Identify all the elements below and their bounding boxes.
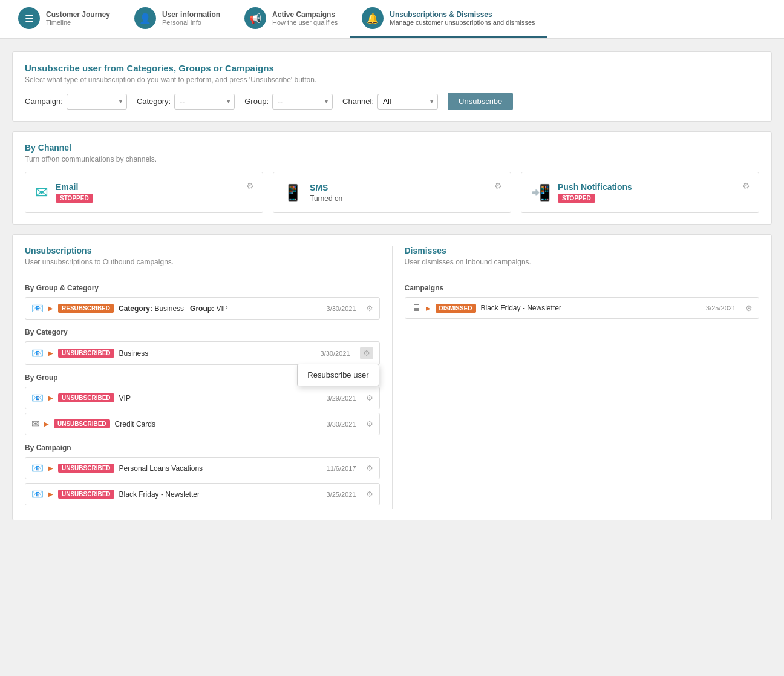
group-vip-icon: 📧 bbox=[31, 392, 44, 404]
list-item: 📧 ▶ UNSUBSCRIBED Black Friday - Newslett… bbox=[25, 483, 380, 505]
email-status-badge: STOPPED bbox=[56, 194, 93, 203]
dismisses-divider bbox=[405, 275, 760, 275]
category-arrow-icon: ▶ bbox=[48, 350, 53, 356]
email-channel-gear-icon[interactable]: ⚙ bbox=[246, 181, 254, 191]
category-badge: UNSUBSCRIBED bbox=[58, 349, 114, 358]
dismisses-col-title: Dismisses bbox=[405, 246, 760, 255]
campaign-bf-date: 3/25/2021 bbox=[327, 491, 356, 498]
campaign-loans-icon: 📧 bbox=[31, 462, 44, 474]
push-channel-name: Push Notifications bbox=[558, 182, 749, 192]
category-gear-icon[interactable]: ⚙ bbox=[360, 347, 373, 359]
unsubscriptions-col: Unsubscriptions User unsubscriptions to … bbox=[25, 246, 393, 509]
tab-journey[interactable]: ☰ Customer Journey Timeline bbox=[6, 0, 122, 38]
journey-icon: ☰ bbox=[18, 7, 40, 29]
list-item: 📧 ▶ UNSUBSCRIBED Business 3/30/2021 ⚙ Re… bbox=[25, 341, 380, 365]
group-vip-arrow-icon: ▶ bbox=[48, 395, 53, 401]
group-cc-badge: UNSUBSCRIBED bbox=[54, 419, 110, 428]
campaigns-icon: 📢 bbox=[244, 7, 266, 29]
group-vip-date: 3/29/2021 bbox=[327, 395, 356, 402]
channel-select[interactable]: All Email SMS Push bbox=[377, 94, 438, 110]
group-cat-arrow-icon: ▶ bbox=[48, 305, 53, 312]
channel-card-email: ✉ Email STOPPED ⚙ bbox=[25, 172, 263, 213]
channel-filter: Channel: All Email SMS Push bbox=[342, 94, 438, 110]
campaign-loans-gear-icon[interactable]: ⚙ bbox=[366, 464, 373, 473]
dismiss-date: 3/25/2021 bbox=[706, 304, 736, 312]
dismiss-arrow-icon: ▶ bbox=[426, 305, 431, 312]
resubscribe-tooltip[interactable]: Resubscribe user bbox=[297, 364, 379, 386]
group-select-wrapper: -- bbox=[272, 94, 333, 110]
sms-channel-name: SMS bbox=[310, 183, 501, 192]
group-cat-badge: RESUBSCRIBED bbox=[58, 304, 114, 313]
email-channel-name: Email bbox=[56, 182, 253, 192]
group-cc-arrow-icon: ▶ bbox=[44, 421, 49, 427]
tab-user-info[interactable]: 👤 User information Personal Info bbox=[122, 0, 232, 38]
campaign-label: Campaign: bbox=[25, 97, 63, 106]
unsubscribe-title: Unsubscribe user from Categories, Groups… bbox=[25, 63, 759, 73]
group-cc-date: 3/30/2021 bbox=[327, 421, 356, 428]
group-cat-gear-icon[interactable]: ⚙ bbox=[366, 304, 373, 313]
channel-label: Channel: bbox=[342, 97, 374, 106]
category-item-text: Business bbox=[119, 349, 316, 358]
category-label-text: Category: bbox=[119, 304, 152, 313]
campaign-filter: Campaign: bbox=[25, 94, 127, 110]
group-select[interactable]: -- bbox=[272, 94, 333, 110]
tab-user-info-title: User information bbox=[162, 10, 220, 19]
unsub-divider bbox=[25, 275, 380, 275]
tab-campaigns[interactable]: 📢 Active Campaigns How the user qualifie… bbox=[232, 0, 350, 38]
by-channel-title: By Channel bbox=[25, 143, 759, 153]
tab-unsub[interactable]: 🔔 Unsubscriptions & Dismisses Manage cus… bbox=[350, 0, 547, 38]
campaign-bf-gear-icon[interactable]: ⚙ bbox=[366, 490, 373, 499]
group-vip-gear-icon[interactable]: ⚙ bbox=[366, 393, 373, 402]
channel-card-sms: 📱 SMS Turned on ⚙ bbox=[273, 172, 511, 213]
dismiss-item-text: Black Friday - Newsletter bbox=[481, 304, 702, 312]
dismiss-gear-icon[interactable]: ⚙ bbox=[745, 304, 753, 313]
dismiss-badge: DISMISSED bbox=[436, 304, 476, 313]
by-group-category-title: By Group & Category bbox=[25, 284, 380, 292]
group-vip-badge: UNSUBSCRIBED bbox=[58, 393, 114, 402]
category-label: Category: bbox=[137, 97, 171, 106]
dismisses-col-subtitle: User dismisses on Inbound campaigns. bbox=[405, 258, 760, 266]
list-item: ✉ ▶ UNSUBSCRIBED Credit Cards 3/30/2021 … bbox=[25, 413, 380, 435]
by-channel-card: By Channel Turn off/on communications by… bbox=[12, 131, 772, 225]
group-cat-item-text: Category: Business Group: VIP bbox=[119, 304, 322, 313]
push-channel-icon: 📲 bbox=[531, 183, 550, 202]
category-item-icon: 📧 bbox=[31, 347, 44, 359]
category-date: 3/30/2021 bbox=[321, 350, 350, 357]
group-cat-date: 3/30/2021 bbox=[327, 305, 356, 312]
group-cc-gear-icon[interactable]: ⚙ bbox=[366, 419, 373, 428]
list-item: 📧 ▶ UNSUBSCRIBED Personal Loans Vacation… bbox=[25, 457, 380, 479]
campaign-bf-arrow-icon: ▶ bbox=[48, 491, 53, 497]
channel-cards: ✉ Email STOPPED ⚙ 📱 SMS Turned on ⚙ 📲 bbox=[25, 172, 759, 213]
group-value-text: VIP bbox=[216, 304, 227, 313]
tab-campaigns-subtitle: How the user qualifies bbox=[272, 19, 338, 26]
category-filter: Category: -- bbox=[137, 94, 235, 110]
campaign-select[interactable] bbox=[67, 94, 127, 110]
by-category-title: By Category bbox=[25, 328, 380, 336]
by-channel-subtitle: Turn off/on communications by channels. bbox=[25, 155, 759, 163]
unsubscribe-button[interactable]: Unsubscribe bbox=[448, 93, 513, 110]
unsubscribe-subtitle: Select what type of unsubscription do yo… bbox=[25, 76, 759, 84]
unsub-icon: 🔔 bbox=[362, 7, 384, 29]
category-select-wrapper: -- bbox=[174, 94, 235, 110]
dismisses-campaigns-title: Campaigns bbox=[405, 284, 760, 292]
category-select[interactable]: -- bbox=[174, 94, 235, 110]
channel-card-push: 📲 Push Notifications STOPPED ⚙ bbox=[521, 172, 759, 213]
sms-status-badge: Turned on bbox=[310, 194, 501, 203]
campaign-select-wrapper bbox=[67, 94, 127, 110]
tab-journey-subtitle: Timeline bbox=[46, 19, 110, 26]
tab-user-info-subtitle: Personal Info bbox=[162, 19, 220, 26]
campaign-bf-icon: 📧 bbox=[31, 488, 44, 500]
list-item: 📧 ▶ RESUBSCRIBED Category: Business Grou… bbox=[25, 297, 380, 320]
tab-journey-title: Customer Journey bbox=[46, 10, 110, 19]
push-channel-gear-icon[interactable]: ⚙ bbox=[742, 181, 750, 191]
two-col-layout: Unsubscriptions User unsubscriptions to … bbox=[25, 246, 759, 509]
dismiss-monitor-icon: 🖥 bbox=[411, 303, 421, 313]
sms-channel-gear-icon[interactable]: ⚙ bbox=[494, 181, 502, 191]
unsub-col-subtitle: User unsubscriptions to Outbound campaig… bbox=[25, 258, 380, 266]
unsubscribe-form-card: Unsubscribe user from Categories, Groups… bbox=[12, 51, 772, 122]
email-channel-icon: ✉ bbox=[35, 183, 48, 202]
campaign-loans-date: 11/6/2017 bbox=[327, 465, 356, 472]
campaign-loans-badge: UNSUBSCRIBED bbox=[58, 464, 114, 473]
tooltip-text: Resubscribe user bbox=[307, 370, 368, 379]
campaign-loans-text: Personal Loans Vacations bbox=[119, 464, 322, 473]
